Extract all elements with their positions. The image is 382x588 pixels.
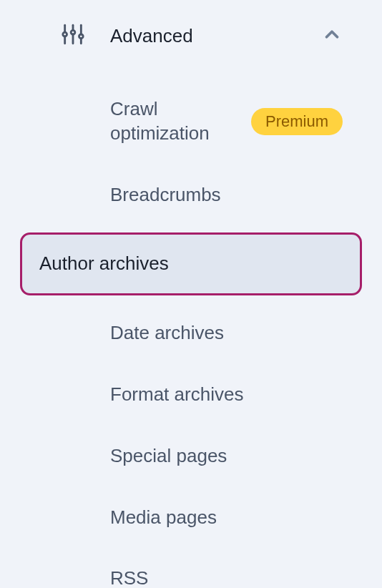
menu-item-special-pages[interactable]: Special pages (0, 426, 382, 487)
menu-item-label: Special pages (110, 445, 227, 466)
menu-item-label: Breadcrumbs (110, 184, 221, 205)
svg-point-7 (71, 30, 75, 34)
menu-item-label: Date archives (110, 322, 224, 343)
section-title: Advanced (110, 25, 193, 47)
chevron-up-icon (321, 24, 343, 48)
menu-item-author-archives[interactable]: Author archives (20, 232, 362, 295)
advanced-menu: Advanced Crawl optimization Premium Brea… (0, 0, 382, 588)
menu-items-list: Crawl optimization Premium Breadcrumbs A… (0, 79, 382, 588)
menu-item-media-pages[interactable]: Media pages (0, 487, 382, 549)
menu-item-label: Crawl optimization (110, 97, 239, 146)
menu-item-crawl-optimization[interactable]: Crawl optimization Premium (0, 79, 382, 165)
menu-item-label: Format archives (110, 383, 243, 405)
menu-item-breadcrumbs[interactable]: Breadcrumbs (0, 165, 382, 226)
menu-item-date-archives[interactable]: Date archives (0, 303, 382, 364)
menu-item-format-archives[interactable]: Format archives (0, 364, 382, 426)
menu-item-label: Media pages (110, 506, 217, 528)
menu-item-label: Author archives (39, 253, 169, 274)
menu-item-label: RSS (110, 567, 148, 588)
svg-point-8 (79, 34, 84, 39)
menu-item-rss[interactable]: RSS (0, 548, 382, 588)
svg-point-6 (63, 32, 67, 36)
sliders-icon (61, 22, 85, 49)
section-header[interactable]: Advanced (0, 14, 382, 57)
premium-badge: Premium (251, 108, 343, 135)
